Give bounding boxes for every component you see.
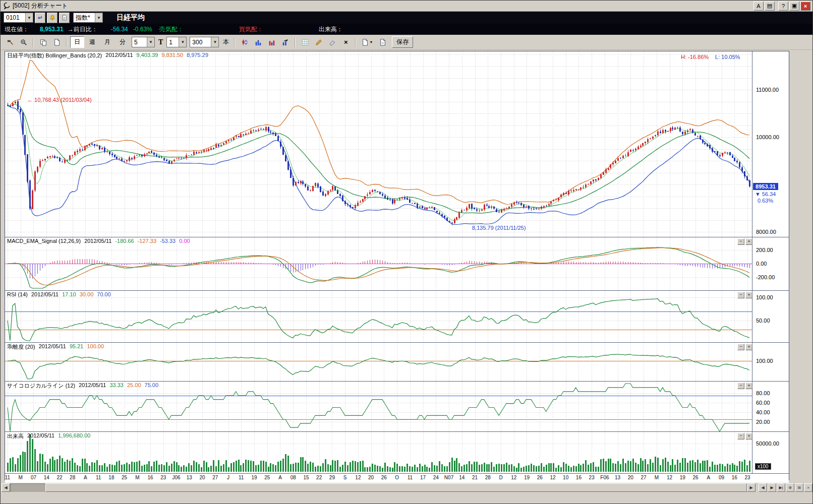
scroll-right-button[interactable]: ▶ [747,483,756,492]
xaxis-label: D [499,475,502,480]
change-label: →前日比： [68,25,98,34]
main-panel-label: 日経平均(指数) Bollinger_Bands (20,2) 2012/05/… [7,52,208,59]
indicator-setting-button[interactable] [279,36,292,48]
kairi-canvas[interactable] [5,343,752,381]
panel-close-button[interactable]: × [745,344,752,350]
kairi-panel-label: 乖離度 (20) 2012/05/11 95.21 100.00 [7,343,104,351]
scrollbar-thumb[interactable] [45,483,747,492]
step-back-button[interactable]: ◀ [759,483,767,492]
xaxis-label: 26 [692,475,698,480]
copy-chart-button[interactable] [37,36,49,48]
panel-minimize-button[interactable]: − [737,292,744,298]
panel-minimize-button[interactable]: − [737,433,744,439]
category-select[interactable]: 指数* ▼ [73,13,103,23]
panel-close-button[interactable]: × [745,433,752,439]
xaxis-label: 20 [368,475,374,480]
symbol-code-input[interactable]: 0101 ▼ [4,13,33,23]
alert-button[interactable] [47,13,57,23]
chevron-down-icon[interactable]: ▼ [211,37,218,47]
candlestick-type-button[interactable] [238,36,251,48]
help-button[interactable]: ? [778,2,788,11]
layout-icon[interactable]: ▤ [765,2,775,11]
psych-value: 33.33 [109,382,124,390]
panel-close-button[interactable]: × [745,238,752,245]
restore-button[interactable]: ▣ [789,2,799,11]
xaxis-label: A [84,475,87,480]
copy-icon [40,39,47,46]
low-percent: L: 10.05% [715,54,740,60]
psychological-panel: サイコロジカルライン (12) 2012/05/11 33.33 25.00 7… [5,381,789,431]
period-day-button[interactable]: 日 [70,36,84,48]
psych-axis-label: 40.00 [756,409,770,415]
panel-close-button[interactable]: × [745,292,752,298]
memo-button[interactable] [59,13,70,23]
macd-axis-label: -200.00 [756,274,775,280]
close-panel-button[interactable]: × [804,483,812,492]
period-month-button[interactable]: 月 [100,36,114,48]
volume-label: 出来高： [319,25,343,34]
new-sheet-button[interactable] [50,36,63,48]
panel-minimize-button[interactable]: − [737,383,744,389]
bar-chart-mixed-icon [268,39,275,46]
ask-label: 売気配： [159,25,184,34]
close-window-button[interactable]: × [800,2,810,11]
period-week-button[interactable]: 週 [85,36,99,48]
panel-minimize-button[interactable]: − [737,344,744,350]
psych-high-guide: 75.00 [145,382,159,390]
sheet-save-button[interactable] [376,36,389,48]
volume-canvas[interactable] [5,432,752,473]
interval-select[interactable]: 5 ▼ [132,37,155,47]
chevron-down-icon[interactable]: ▼ [147,37,154,47]
macd-canvas[interactable] [5,237,752,290]
panel-minimize-button[interactable]: − [737,238,744,245]
price-axis-label: 10000.00 [756,134,779,140]
bollinger-upper-value: 9,831.50 [161,52,183,59]
macd-signal-value: -127.33 [138,238,156,244]
current-price-label: 現在値： [5,25,29,34]
price-axis-label: 11000.00 [756,87,779,93]
save-button[interactable]: 保存 [392,36,413,48]
xaxis-label: 09 [719,475,724,480]
xaxis-label: 27 [212,475,218,480]
font-size-button[interactable]: A [753,2,764,11]
jump-to-end-button[interactable]: ▶| [777,483,785,492]
chevron-down-icon[interactable]: ▼ [95,13,102,22]
step-forward-button[interactable]: ▶ [768,483,776,492]
zoom-button[interactable] [17,36,30,48]
delete-all-lines-button[interactable]: × [339,36,352,48]
tick-select[interactable]: 1 ▼ [166,37,187,47]
draw-line-button[interactable] [312,36,325,48]
xaxis-label: 21 [472,475,478,480]
zoom-in-button[interactable]: ⊕ [786,483,794,492]
xaxis-label: 12 [550,475,555,480]
horizontal-scrollbar[interactable]: ◀ ▶ ◀ ▶ ▶| ⊕ ⊞ × [2,483,812,492]
xaxis-label: 25 [264,475,270,480]
submit-code-button[interactable]: ↵ [35,13,45,23]
rsi-canvas[interactable] [5,291,752,342]
tool-button[interactable] [4,36,16,48]
chevron-down-icon[interactable]: ▼ [25,13,33,22]
macd-value: -180.66 [115,238,134,244]
main-chart-canvas[interactable] [5,51,752,237]
panel-close-button[interactable]: × [745,383,752,389]
bar-count-select[interactable]: 300 ▼ [190,37,219,47]
erase-line-button[interactable] [326,36,338,48]
macd-hist-value: -53.33 [160,238,176,244]
scrollbar-track[interactable] [10,483,45,492]
xaxis-label: 16 [576,475,582,480]
interval-value: 5 [132,39,147,46]
xaxis-label: 26 [381,475,387,480]
volume-overlay-button[interactable] [265,36,278,48]
page-icon [53,39,61,46]
grid-view-button[interactable]: ⊞ [795,483,803,492]
sheet-menu-button[interactable]: ▼ [359,36,375,48]
chevron-down-icon[interactable]: ▼ [179,37,186,47]
macd-axis-label: 0.00 [756,261,767,267]
scroll-left-button[interactable]: ◀ [2,483,10,492]
line-chart-type-button[interactable] [252,36,264,48]
xaxis-label: 19 [251,475,257,480]
kairi-title: 乖離度 (20) [7,343,35,351]
period-minute-button[interactable]: 分 [115,36,130,48]
grid-toggle-button[interactable] [299,36,311,48]
psych-axis-label: 80.00 [756,390,770,396]
